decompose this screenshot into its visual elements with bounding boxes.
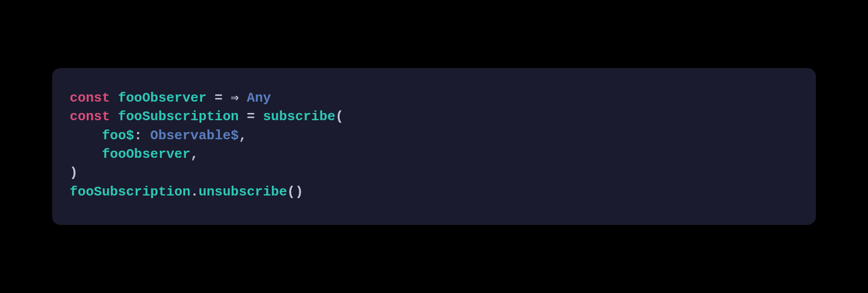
code-token: , — [239, 128, 247, 143]
code-token: = — [239, 109, 263, 124]
code-token: foo$ — [102, 128, 134, 143]
code-token: fooObserver — [118, 90, 207, 106]
code-token: Any — [247, 90, 271, 106]
code-token: fooSubscription — [118, 109, 239, 124]
code-token — [239, 90, 247, 106]
code-token: Observable$ — [150, 128, 239, 143]
code-token: () — [287, 184, 303, 200]
code-token: subscribe — [263, 109, 335, 124]
code-token — [142, 128, 150, 143]
code-token: unsubscribe — [199, 184, 287, 200]
code-token — [110, 109, 118, 124]
code-token: . — [190, 184, 199, 200]
code-token: = — [206, 90, 231, 106]
code-token: : — [134, 128, 142, 143]
code-line: fooObserver, — [70, 146, 199, 162]
code-line: ) — [70, 165, 78, 181]
code-line: fooSubscription.unsubscribe() — [70, 184, 303, 200]
code-token — [110, 90, 118, 106]
code-token: fooSubscription — [70, 184, 190, 200]
code-token: ⇒ — [231, 90, 239, 106]
code-line: const fooObserver = ⇒ Any — [70, 90, 271, 106]
code-line: const fooSubscription = subscribe( — [70, 109, 344, 124]
code-line: foo$: Observable$, — [70, 128, 247, 143]
code-token: , — [190, 146, 199, 162]
code-block: const fooObserver = ⇒ Any const fooSubsc… — [52, 68, 816, 225]
code-token: fooObserver — [102, 146, 190, 162]
code-token: ( — [335, 109, 344, 124]
code-token: ) — [70, 165, 78, 181]
code-token: const — [70, 109, 110, 124]
code-token: const — [70, 90, 110, 106]
